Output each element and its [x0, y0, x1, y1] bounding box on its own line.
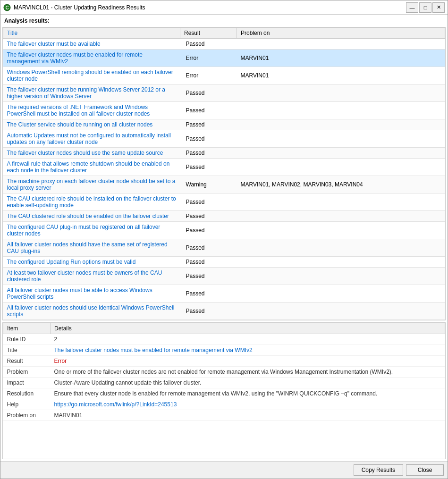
row-problem	[237, 320, 445, 321]
footer: Copy Results Close	[0, 461, 448, 479]
result-label: Passed	[186, 273, 205, 279]
table-row[interactable]: The CAU clustered role should be install…	[3, 193, 445, 211]
row-problem	[237, 239, 445, 257]
table-row[interactable]: The failover cluster must be running Win…	[3, 84, 445, 102]
title-bar-left: C MARVINCL01 - Cluster Updating Readines…	[3, 4, 145, 11]
row-title: The machine proxy on each failover clust…	[3, 176, 180, 193]
row-title: Windows PowerShell remoting should be en…	[3, 67, 180, 84]
table-row[interactable]: Windows PowerShell remoting should be en…	[3, 67, 445, 84]
table-row[interactable]: Automatic Updates must not be configured…	[3, 130, 445, 148]
result-label: Passed	[186, 164, 205, 170]
row-title: The failover cluster must be available	[3, 39, 180, 50]
row-title: All failover cluster nodes should have t…	[3, 239, 180, 257]
main-area: Title Result Problem on The failover clu…	[0, 27, 448, 461]
details-header-row: Item Details	[3, 323, 445, 334]
table-row[interactable]: The failover cluster must be available P…	[3, 39, 445, 50]
row-result: Passed	[180, 239, 237, 257]
row-title: The failover cluster must be running Win…	[3, 84, 180, 102]
close-footer-button[interactable]: Close	[406, 464, 444, 476]
details-item-value: Cluster-Aware Updating cannot update thi…	[51, 378, 445, 388]
row-problem	[237, 257, 445, 268]
window-title: MARVINCL01 - Cluster Updating Readiness …	[14, 4, 145, 11]
main-window: C MARVINCL01 - Cluster Updating Readines…	[0, 0, 448, 479]
table-header-row: Title Result Problem on	[3, 28, 445, 39]
details-value: One or more of the failover cluster node…	[54, 369, 393, 375]
row-title: The configured Updating Run options must…	[3, 257, 180, 268]
minimize-button[interactable]: —	[406, 2, 418, 13]
row-title: The failover cluster nodes should use th…	[3, 148, 180, 159]
details-row: Help https://go.microsoft.com/fwlink/p/?…	[3, 399, 445, 410]
row-problem	[237, 39, 445, 50]
row-title: The WarnAfter setting should be less tha…	[3, 320, 180, 321]
details-item-label: Rule ID	[3, 334, 51, 345]
row-title: All failover cluster nodes should use id…	[3, 303, 180, 320]
result-label: Passed	[186, 150, 205, 156]
row-result: Passed	[180, 211, 237, 222]
details-item-value: The failover cluster nodes must be enabl…	[51, 345, 445, 356]
row-problem: MARVIN01, MARVIN02, MARVIN03, MARVIN04	[237, 176, 445, 193]
table-row[interactable]: The Cluster service should be running on…	[3, 119, 445, 130]
details-row: Problem One or more of the failover clus…	[3, 367, 445, 378]
details-row: Resolution Ensure that every cluster nod…	[3, 388, 445, 399]
table-row[interactable]: The required versions of .NET Framework …	[3, 102, 445, 119]
details-item-value: One or more of the failover cluster node…	[51, 367, 445, 378]
details-item-value: Error	[51, 356, 445, 367]
results-table: Title Result Problem on The failover clu…	[3, 27, 445, 320]
result-label: Passed	[186, 227, 205, 234]
details-row: Result Error	[3, 356, 445, 367]
row-title: The CAU clustered role should be enabled…	[3, 211, 180, 222]
table-row[interactable]: The configured Updating Run options must…	[3, 257, 445, 268]
table-row[interactable]: The CAU clustered role should be enabled…	[3, 211, 445, 222]
table-row[interactable]: All failover cluster nodes should use id…	[3, 303, 445, 320]
result-label: Passed	[186, 41, 205, 47]
maximize-button[interactable]: □	[419, 2, 431, 13]
row-result: Passed	[180, 303, 237, 320]
row-title: All failover cluster nodes must be able …	[3, 285, 180, 303]
details-value: 2	[54, 336, 58, 343]
result-label: Warning	[186, 181, 207, 188]
details-value: The failover cluster nodes must be enabl…	[54, 347, 253, 353]
details-value: Cluster-Aware Updating cannot update thi…	[54, 379, 202, 386]
row-result: Passed	[180, 102, 237, 119]
table-row[interactable]: A firewall rule that allows remote shutd…	[3, 159, 445, 176]
row-problem	[237, 222, 445, 239]
copy-results-button[interactable]: Copy Results	[354, 464, 403, 476]
svg-text:C: C	[5, 5, 8, 10]
details-item-label: Title	[3, 345, 51, 356]
table-row[interactable]: The failover cluster nodes should use th…	[3, 148, 445, 159]
details-row: Problem on MARVIN01	[3, 410, 445, 421]
row-problem	[237, 285, 445, 303]
app-icon: C	[3, 4, 11, 11]
row-result: ! Warning	[180, 176, 237, 193]
table-row[interactable]: All failover cluster nodes must be able …	[3, 285, 445, 303]
row-problem	[237, 159, 445, 176]
details-item-value: https://go.microsoft.com/fwlink/p/?LinkI…	[51, 399, 445, 410]
table-row[interactable]: The WarnAfter setting should be less tha…	[3, 320, 445, 321]
col-header-title: Title	[3, 28, 180, 39]
details-col-item: Item	[3, 323, 51, 334]
result-label: Passed	[186, 90, 205, 96]
result-label: Passed	[186, 135, 205, 142]
table-row[interactable]: The machine proxy on each failover clust…	[3, 176, 445, 193]
close-button[interactable]: ✕	[432, 2, 445, 13]
row-title: At least two failover cluster nodes must…	[3, 268, 180, 285]
details-link[interactable]: https://go.microsoft.com/fwlink/p/?LinkI…	[54, 401, 177, 408]
row-result: Passed	[180, 193, 237, 211]
row-problem	[237, 102, 445, 119]
details-table: Item Details Rule ID 2 Title The failove…	[3, 323, 445, 421]
table-row[interactable]: The failover cluster nodes must be enabl…	[3, 50, 445, 67]
table-row[interactable]: At least two failover cluster nodes must…	[3, 268, 445, 285]
details-item-label: Result	[3, 356, 51, 367]
result-label: Error	[186, 55, 199, 61]
details-item-value: Ensure that every cluster node is enable…	[51, 388, 445, 399]
details-value: MARVIN01	[54, 412, 83, 419]
table-row[interactable]: All failover cluster nodes should have t…	[3, 239, 445, 257]
results-table-area[interactable]: Title Result Problem on The failover clu…	[2, 27, 446, 320]
analysis-label: Analysis results:	[0, 15, 448, 27]
row-problem: MARVIN01	[237, 67, 445, 84]
row-result: Passed	[180, 130, 237, 148]
row-problem	[237, 148, 445, 159]
details-item-value: 2	[51, 334, 445, 345]
row-title: Automatic Updates must not be configured…	[3, 130, 180, 148]
table-row[interactable]: The configured CAU plug-in must be regis…	[3, 222, 445, 239]
